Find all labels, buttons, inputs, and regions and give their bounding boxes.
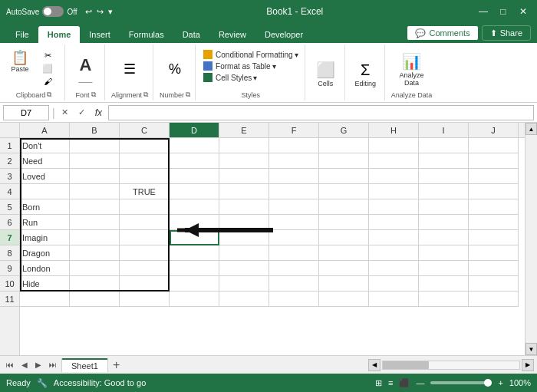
- col-header-f[interactable]: F: [269, 123, 319, 137]
- cell-b10[interactable]: [70, 276, 120, 292]
- tab-data[interactable]: Data: [173, 26, 209, 43]
- cell-a5[interactable]: Born: [20, 199, 70, 215]
- font-expand-icon[interactable]: ⧉: [91, 91, 96, 99]
- minimize-button[interactable]: —: [476, 4, 491, 19]
- formula-input[interactable]: [108, 105, 534, 120]
- cell-h5[interactable]: [369, 199, 419, 215]
- cell-b1[interactable]: [70, 138, 120, 153]
- cell-e10[interactable]: [219, 276, 269, 292]
- cell-h1[interactable]: [369, 138, 419, 153]
- col-header-d[interactable]: D: [170, 123, 219, 137]
- cell-b4[interactable]: [70, 184, 120, 199]
- cell-f11[interactable]: [269, 292, 319, 307]
- cell-j8[interactable]: [469, 245, 519, 261]
- cell-b11[interactable]: [70, 292, 120, 307]
- cell-i10[interactable]: [419, 276, 469, 292]
- cell-b9[interactable]: [70, 261, 120, 276]
- cell-f8[interactable]: [269, 245, 319, 261]
- cell-e11[interactable]: [219, 292, 269, 307]
- cell-j2[interactable]: [469, 153, 519, 169]
- cell-e8[interactable]: [219, 245, 269, 261]
- share-button[interactable]: ⬆ Share: [482, 25, 531, 41]
- cell-g1[interactable]: [319, 138, 369, 153]
- close-button[interactable]: ✕: [516, 4, 531, 19]
- row-header-2[interactable]: 2: [0, 153, 19, 169]
- cell-g11[interactable]: [319, 292, 369, 307]
- row-header-9[interactable]: 9: [0, 261, 19, 276]
- alignment-button[interactable]: ☰: [117, 59, 142, 79]
- cell-a7[interactable]: Imagin: [20, 230, 70, 245]
- cell-i9[interactable]: [419, 261, 469, 276]
- cell-d4[interactable]: [170, 184, 219, 199]
- number-expand-icon[interactable]: ⧉: [186, 91, 190, 99]
- cell-c8[interactable]: [120, 245, 170, 261]
- sheet-nav-last[interactable]: ⏭: [46, 360, 60, 370]
- cell-f2[interactable]: [269, 153, 319, 169]
- cell-c6[interactable]: [120, 215, 170, 230]
- scroll-right-button[interactable]: ▶: [522, 359, 534, 371]
- cell-d6[interactable]: [170, 215, 219, 230]
- cell-c10[interactable]: [120, 276, 170, 292]
- format-as-table-button[interactable]: Format as Table ▾: [202, 61, 278, 71]
- vertical-scrollbar[interactable]: ▲ ▼: [525, 123, 537, 355]
- hscroll-track[interactable]: [382, 361, 520, 370]
- col-header-j[interactable]: J: [469, 123, 519, 137]
- zoom-in-button[interactable]: +: [498, 378, 502, 387]
- tab-review[interactable]: Review: [209, 26, 255, 43]
- row-header-11[interactable]: 11: [0, 292, 19, 307]
- cell-c7[interactable]: [120, 230, 170, 245]
- view-normal-icon[interactable]: ⊞: [375, 378, 382, 388]
- cell-e9[interactable]: [219, 261, 269, 276]
- cell-j9[interactable]: [469, 261, 519, 276]
- row-header-5[interactable]: 5: [0, 199, 19, 215]
- cell-g5[interactable]: [319, 199, 369, 215]
- cell-e1[interactable]: [219, 138, 269, 153]
- cell-i1[interactable]: [419, 138, 469, 153]
- cell-g7[interactable]: [319, 230, 369, 245]
- cell-c5[interactable]: [120, 199, 170, 215]
- cell-f5[interactable]: [269, 199, 319, 215]
- cell-d10[interactable]: [170, 276, 219, 292]
- font-button[interactable]: A ____: [74, 54, 98, 84]
- cell-f10[interactable]: [269, 276, 319, 292]
- cell-f9[interactable]: [269, 261, 319, 276]
- sheet-nav-first[interactable]: ⏮: [3, 360, 17, 370]
- cell-d1[interactable]: [170, 138, 219, 153]
- cell-e6[interactable]: [219, 215, 269, 230]
- cell-h3[interactable]: [369, 169, 419, 184]
- cell-j11[interactable]: [469, 292, 519, 307]
- zoom-level[interactable]: 100%: [509, 378, 531, 387]
- cell-c4[interactable]: TRUE: [120, 184, 170, 199]
- cell-g2[interactable]: [319, 153, 369, 169]
- view-layout-icon[interactable]: ≡: [388, 378, 393, 387]
- tab-file[interactable]: File: [6, 26, 38, 43]
- cell-j1[interactable]: [469, 138, 519, 153]
- cell-i7[interactable]: [419, 230, 469, 245]
- cell-e2[interactable]: [219, 153, 269, 169]
- cells-button[interactable]: ⬜ Cells: [313, 59, 338, 89]
- cell-c1[interactable]: [120, 138, 170, 153]
- tab-insert[interactable]: Insert: [80, 26, 120, 43]
- cell-g8[interactable]: [319, 245, 369, 261]
- cell-e4[interactable]: [219, 184, 269, 199]
- cell-j6[interactable]: [469, 215, 519, 230]
- undo-icon[interactable]: ↩: [84, 5, 94, 18]
- cell-c3[interactable]: [120, 169, 170, 184]
- col-header-g[interactable]: G: [319, 123, 369, 137]
- cell-g9[interactable]: [319, 261, 369, 276]
- cancel-formula-button[interactable]: ✕: [58, 106, 72, 120]
- cell-c9[interactable]: [120, 261, 170, 276]
- row-header-10[interactable]: 10: [0, 276, 19, 292]
- cell-d8[interactable]: [170, 245, 219, 261]
- cell-a9[interactable]: London: [20, 261, 70, 276]
- tab-developer[interactable]: Developer: [255, 26, 312, 43]
- cell-h11[interactable]: [369, 292, 419, 307]
- cell-i6[interactable]: [419, 215, 469, 230]
- autosave-switch[interactable]: [42, 6, 64, 17]
- cell-d11[interactable]: [170, 292, 219, 307]
- cell-g4[interactable]: [319, 184, 369, 199]
- cell-h8[interactable]: [369, 245, 419, 261]
- cell-a8[interactable]: Dragon: [20, 245, 70, 261]
- alignment-expand-icon[interactable]: ⧉: [143, 91, 148, 99]
- cell-b7[interactable]: [70, 230, 120, 245]
